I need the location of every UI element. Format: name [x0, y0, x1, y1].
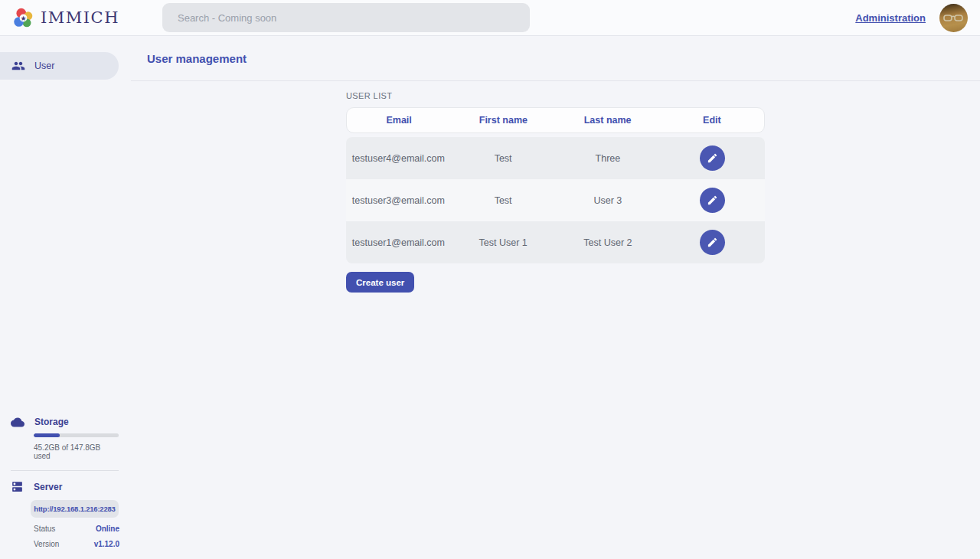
administration-link[interactable]: Administration: [855, 12, 926, 24]
cell-last-name: Test User 2: [556, 237, 661, 248]
page-header: User management: [131, 36, 980, 81]
table-row: testuser4@email.com Test Three: [346, 137, 765, 179]
create-user-button[interactable]: Create user: [346, 272, 414, 293]
pencil-icon: [707, 237, 718, 248]
cell-first-name: Test User 1: [451, 237, 556, 248]
cell-last-name: Three: [556, 153, 661, 164]
edit-user-button[interactable]: [700, 230, 725, 255]
user-table-body: testuser4@email.com Test Three testuser3…: [346, 137, 765, 263]
cell-first-name: Test: [451, 195, 556, 206]
storage-usage-text: 45.2GB of 147.8GB used: [34, 443, 119, 460]
cell-email: testuser4@email.com: [346, 153, 451, 164]
version-value: v1.12.0: [94, 540, 119, 548]
search-input[interactable]: [162, 3, 530, 32]
server-icon: [11, 480, 24, 493]
pencil-icon: [707, 152, 718, 164]
edit-user-button[interactable]: [700, 188, 725, 213]
version-label: Version: [34, 540, 59, 548]
table-row: testuser1@email.com Test User 1 Test Use…: [346, 221, 765, 263]
cloud-icon: [11, 417, 24, 427]
sidebar-footer: Storage 45.2GB of 147.8GB used Server ht…: [0, 417, 131, 559]
cell-last-name: User 3: [556, 195, 661, 206]
cell-email: testuser1@email.com: [346, 237, 451, 248]
server-title: Server: [34, 482, 62, 492]
user-avatar[interactable]: [939, 4, 968, 32]
immich-flower-icon: ★: [12, 7, 34, 29]
edit-user-button[interactable]: [700, 145, 725, 171]
main-panel: User management USER LIST Email First na…: [131, 36, 980, 559]
storage-progress-bar: [34, 433, 119, 437]
sidebar-item-label: User: [34, 60, 54, 71]
status-value: Online: [96, 525, 119, 533]
server-section-header: Server: [11, 480, 119, 493]
sidebar-item-user[interactable]: User: [0, 52, 119, 80]
storage-title: Storage: [34, 417, 69, 427]
sidebar: User Storage 45.2GB of 147.8GB used: [0, 36, 131, 559]
status-label: Status: [34, 525, 55, 533]
server-version-row: Version v1.12.0: [34, 540, 119, 548]
table-row: testuser3@email.com Test User 3: [346, 179, 765, 221]
storage-progress-fill: [34, 433, 60, 437]
top-bar: ★ IMMICH Administration: [0, 0, 980, 36]
column-header-email: Email: [347, 115, 451, 126]
user-list-section: USER LIST Email First name Last name Edi…: [346, 81, 765, 293]
users-icon: [11, 59, 25, 73]
glasses-icon: [943, 14, 964, 23]
sidebar-divider: [11, 470, 119, 471]
storage-section-header: Storage: [11, 417, 119, 427]
column-header-edit: Edit: [660, 115, 764, 126]
server-status-row: Status Online: [34, 525, 119, 533]
cell-first-name: Test: [451, 153, 556, 164]
column-header-first-name: First name: [451, 115, 555, 126]
server-url-pill: http://192.168.1.216:2283: [31, 500, 119, 518]
svg-text:★: ★: [20, 14, 26, 21]
brand-name: IMMICH: [41, 8, 119, 27]
cell-email: testuser3@email.com: [346, 195, 451, 206]
server-url: http://192.168.1.216:2283: [34, 505, 115, 513]
immich-logo[interactable]: ★ IMMICH: [12, 7, 119, 29]
table-header-row: Email First name Last name Edit: [346, 107, 765, 133]
section-label: USER LIST: [346, 91, 765, 100]
page-title: User management: [147, 52, 247, 65]
pencil-icon: [707, 195, 718, 206]
column-header-last-name: Last name: [556, 115, 660, 126]
